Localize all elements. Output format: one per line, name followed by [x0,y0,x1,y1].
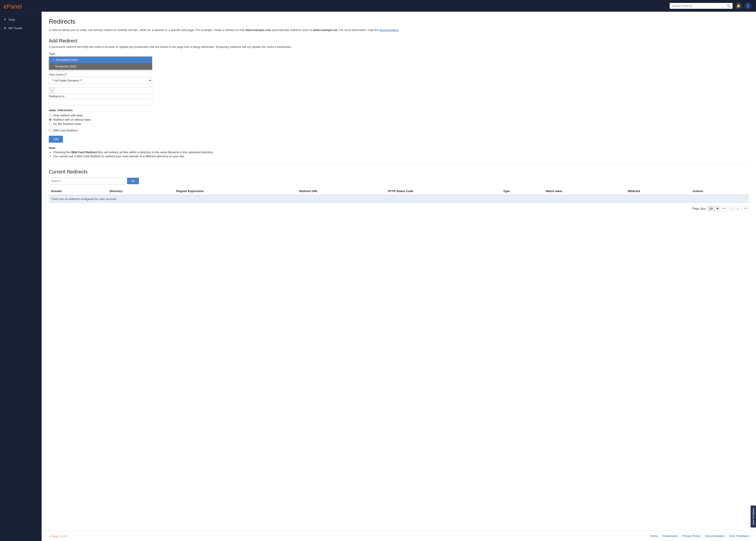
footer-links: Home Trademarks Privacy Policy Documenta… [650,534,749,538]
col-regex: Regular Expression [174,188,297,195]
redirects-to-label: Redirects to [49,95,749,98]
search-row: Go [49,178,749,185]
search-submit-button[interactable]: 🔍 [727,4,730,8]
domain-select-group: ** All Public Domains ** [49,77,749,84]
www-only-option[interactable]: Only redirect with www. [49,114,749,117]
domain-select[interactable]: ** All Public Domains ** [49,77,152,84]
type-option-302-label: Temporary (302) [55,65,76,68]
header: 🔍 🔔 👤 [42,0,756,12]
notifications-button[interactable]: 🔔 [735,2,742,9]
www-both-label: Redirect with or without www. [53,118,91,121]
footer-trademarks-link[interactable]: Trademarks [662,534,678,538]
note-item-1: Checking the Wild Card Redirect Box will… [53,151,749,154]
next-page-button[interactable]: > [736,206,741,211]
sidebar-item-tools-label: Tools [8,18,15,21]
add-redirect-title: Add Redirect [49,38,749,44]
col-http-status: HTTP Status Code [386,188,501,195]
footer-version: 110.0.8 [59,535,67,538]
domain-bold-2: www.example.net [313,28,338,32]
documentation-link[interactable]: documentation [379,28,398,32]
col-match-www: Match www. [544,188,625,195]
add-redirect-desc: A permanent redirect will notify the vis… [49,45,749,49]
redirects-table: Domain Directory Regular Expression Redi… [49,188,749,203]
page-size-label: Page Size [692,207,706,210]
col-domain: Domain [49,188,107,195]
wildcard-checkbox[interactable] [49,129,52,132]
sidebar-item-tools[interactable]: ✦ Tools [0,15,42,24]
check-icon: ✓ [52,58,54,61]
type-option-302[interactable]: Temporary (302) [49,63,152,70]
redirects-to-input[interactable] [49,99,152,105]
no-check-icon [52,65,54,68]
footer-home-link[interactable]: Home [650,534,658,538]
add-redirect-button[interactable]: Add [49,136,63,143]
note-section: Note: Checking the Wild Card Redirect Bo… [49,146,749,158]
user-menu-button[interactable]: 👤 [744,2,752,9]
col-wildcard: Wildcard [626,188,690,195]
type-option-301[interactable]: ✓ Permanent (301) [49,57,152,63]
table-body: There are no redirects configured for yo… [49,195,749,203]
www-no-radio[interactable] [49,123,52,125]
domain-bold-1: www.example.com [245,28,271,32]
empty-message: There are no redirects configured for yo… [49,195,749,203]
sidebar-item-wp-label: WP Toolkit [8,27,22,30]
prev-page-button[interactable]: < [729,206,734,211]
search-bar: 🔍 [670,3,733,9]
col-type: Type [501,188,544,195]
type-label: Type [49,52,749,56]
table-header-row: Domain Directory Regular Expression Redi… [49,188,749,195]
sidebar-logo: cPanel [0,0,42,13]
wp-icon: ⊕ [4,26,7,30]
footer-feedback-link[interactable]: Give Feedback [729,534,749,538]
type-option-301-label: Permanent (301) [56,58,78,62]
section-divider [49,164,749,165]
page-size-select[interactable]: 10 25 50 100 [707,206,720,212]
path-slash: / [49,87,54,94]
www-only-radio[interactable] [49,114,52,117]
www-no-option[interactable]: Do Not Redirect www. [49,122,749,126]
desc-start: A redirect allows you to make one domain… [49,28,245,32]
note-bold-1: Wild Card Redirect [71,151,97,154]
main-area: 🔍 🔔 👤 Redirects A redirect allows you to… [42,0,756,541]
note-item-2: You cannot use a Wild Card Redirect to r… [53,155,749,158]
search-tools-input[interactable] [672,4,725,8]
footer-privacy-link[interactable]: Privacy Policy [682,534,700,538]
page-content: Redirects A redirect allows you to make … [42,12,756,531]
desc-mid: automatically redirects users to [271,28,313,32]
col-actions: Actions [690,188,749,195]
col-redirect-url: Redirect URL [297,188,386,195]
wildcard-option[interactable]: Wild Card Redirect [49,129,749,132]
domain-prefix-hint: https://(www.)? [49,73,749,76]
type-form-group: Type ✓ Permanent (301) Temporary (302) [49,52,749,70]
tools-icon: ✦ [4,18,7,22]
sidebar-item-wp-toolkit[interactable]: ⊕ WP Toolkit [0,24,42,32]
sidebar: cPanel ✦ Tools ⊕ WP Toolkit [0,0,42,541]
path-input[interactable] [54,87,152,94]
page-description: A redirect allows you to make one domain… [49,28,749,33]
cpanel-logo-text: cPanel [4,3,38,10]
redirects-search-input[interactable] [49,178,125,185]
www-both-option[interactable]: Redirect with or without www. [49,118,749,121]
wildcard-label: Wild Card Redirect [53,129,78,132]
feedback-side-button[interactable]: Give Feedback [751,505,756,528]
www-radio-group: Only redirect with www. Redirect with or… [49,114,749,126]
note-list: Checking the Wild Card Redirect Box will… [53,151,749,158]
www-both-radio[interactable] [49,118,52,121]
note-title: Note: [49,146,56,150]
pagination-row: Page Size 10 25 50 100 << < > >> [49,206,749,212]
empty-table-row: There are no redirects configured for yo… [49,195,749,203]
path-row: / [49,87,152,94]
page-title: Redirects [49,18,749,25]
go-button[interactable]: Go [127,178,139,184]
last-page-button[interactable]: >> [742,206,749,211]
www-no-label: Do Not Redirect www. [53,122,82,126]
table-head: Domain Directory Regular Expression Redi… [49,188,749,195]
www-redirection-group: www. redirection: Only redirect with www… [49,109,749,126]
desc-end: . For more information, read the [338,28,379,32]
type-dropdown[interactable]: ✓ Permanent (301) Temporary (302) [49,56,152,70]
redirects-to-group: Redirects to [49,95,749,105]
www-label: www. redirection: [49,109,749,112]
sidebar-nav: ✦ Tools ⊕ WP Toolkit [0,13,42,34]
footer-documentation-link[interactable]: Documentation [705,534,725,538]
first-page-button[interactable]: << [721,206,728,211]
